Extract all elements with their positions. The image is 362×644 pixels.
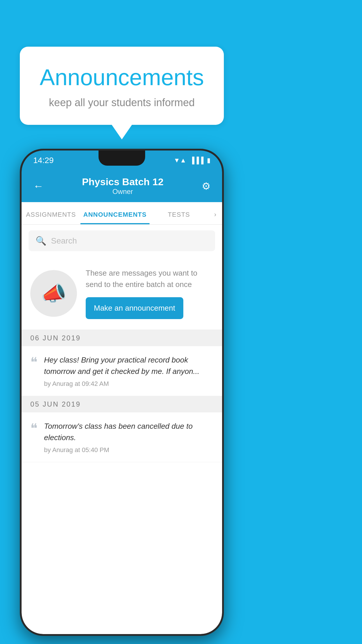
power-button — [222, 253, 224, 285]
speech-bubble-card: Announcements keep all your students inf… — [20, 47, 224, 125]
speech-bubble: Announcements keep all your students inf… — [20, 47, 224, 125]
announcement-text-1: Hey class! Bring your practical record b… — [44, 354, 213, 377]
signal-icon: ▐▐▐ — [190, 157, 203, 164]
search-bar-container: 🔍 Search — [22, 225, 222, 257]
tab-tests[interactable]: TESTS — [150, 202, 208, 224]
search-icon: 🔍 — [36, 236, 46, 246]
app-header: ← Physics Batch 12 Owner ⚙ — [22, 170, 222, 202]
batch-title: Physics Batch 12 — [82, 176, 164, 188]
phone-screen: 🔍 Search 📣 These are messages you want t… — [22, 225, 222, 634]
bubble-title: Announcements — [34, 64, 209, 91]
settings-icon[interactable]: ⚙ — [202, 180, 210, 192]
announcement-meta-2: by Anurag at 05:40 PM — [44, 446, 213, 454]
quote-icon-1: ❝ — [30, 356, 38, 369]
bubble-subtitle: keep all your students informed — [34, 97, 209, 109]
search-placeholder: Search — [51, 236, 77, 246]
announcement-content-1: Hey class! Bring your practical record b… — [44, 354, 213, 388]
phone-frame: 14:29 ▼▲ ▐▐▐ ▮ ← Physics Batch 12 Owner … — [20, 149, 224, 636]
empty-state: 📣 These are messages you want to send to… — [22, 257, 222, 330]
empty-state-description: These are messages you want to send to t… — [86, 267, 213, 290]
megaphone-icon: 📣 — [41, 281, 66, 305]
phone-notch — [99, 150, 145, 166]
announcement-content-2: Tomorrow's class has been cancelled due … — [44, 421, 213, 454]
vol-button-up — [20, 238, 22, 261]
announcement-text-2: Tomorrow's class has been cancelled due … — [44, 421, 213, 443]
empty-state-right: These are messages you want to send to t… — [86, 267, 213, 319]
announcement-meta-1: by Anurag at 09:42 AM — [44, 380, 213, 388]
search-bar[interactable]: 🔍 Search — [29, 230, 215, 251]
phone-mockup: 14:29 ▼▲ ▐▐▐ ▮ ← Physics Batch 12 Owner … — [20, 149, 224, 636]
tab-assignments[interactable]: ASSIGNMENTS — [22, 202, 80, 224]
empty-icon-circle: 📣 — [30, 270, 77, 317]
tab-more[interactable]: › — [208, 202, 222, 224]
header-title-group: Physics Batch 12 Owner — [82, 176, 164, 196]
batch-role: Owner — [82, 188, 164, 196]
back-button[interactable]: ← — [33, 180, 44, 192]
status-time: 14:29 — [33, 156, 54, 165]
quote-icon-2: ❝ — [30, 422, 38, 435]
tab-bar: ASSIGNMENTS ANNOUNCEMENTS TESTS › — [22, 202, 222, 225]
announcement-item-2[interactable]: ❝ Tomorrow's class has been cancelled du… — [22, 412, 222, 462]
announcement-item-1[interactable]: ❝ Hey class! Bring your practical record… — [22, 346, 222, 396]
status-icons: ▼▲ ▐▐▐ ▮ — [174, 157, 210, 164]
wifi-icon: ▼▲ — [174, 157, 187, 164]
date-separator-2: 05 JUN 2019 — [22, 396, 222, 412]
battery-icon: ▮ — [207, 157, 210, 164]
tab-announcements[interactable]: ANNOUNCEMENTS — [80, 202, 150, 224]
make-announcement-button[interactable]: Make an announcement — [86, 297, 183, 319]
vol-button-down — [20, 267, 22, 290]
date-separator-1: 06 JUN 2019 — [22, 330, 222, 346]
